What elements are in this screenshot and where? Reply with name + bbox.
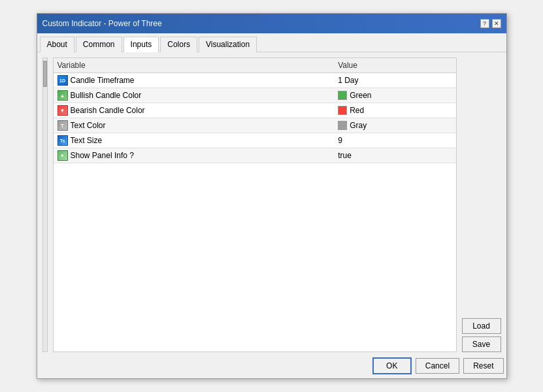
variable-cell: 1D Candle Timeframe xyxy=(54,73,335,88)
value-text: Gray xyxy=(350,121,367,130)
value-text: 9 xyxy=(338,136,342,145)
variable-name: Candle Timeframe xyxy=(71,76,135,85)
table-row[interactable]: 1D Candle Timeframe 1 Day xyxy=(54,73,456,88)
side-panel-area: Variable Value 1D Candle Timeframe 1 Day xyxy=(42,57,501,352)
variable-cell: T Text Color xyxy=(54,118,335,133)
variable-name: Bearish Candle Color xyxy=(71,106,145,115)
table-row[interactable]: T Text Color Gray xyxy=(54,118,456,133)
tab-bar: About Common Inputs Colors Visualization xyxy=(37,33,506,52)
table-row[interactable]: ▲ Bullish Candle Color Green xyxy=(54,88,456,103)
table-header-row: Variable Value xyxy=(54,58,456,73)
tab-about[interactable]: About xyxy=(40,37,74,52)
footer-area: OK Cancel Reset xyxy=(37,357,506,378)
value-cell[interactable]: Gray xyxy=(334,118,455,133)
variable-name: Text Size xyxy=(71,136,103,145)
right-buttons: Load Save xyxy=(462,57,501,352)
tab-inputs[interactable]: Inputs xyxy=(123,37,159,52)
tab-common[interactable]: Common xyxy=(76,37,122,52)
variable-cell: ▲ Bullish Candle Color xyxy=(54,88,335,103)
value-text: Red xyxy=(350,106,364,115)
ok-button[interactable]: OK xyxy=(372,357,412,374)
tab-visualization[interactable]: Visualization xyxy=(199,37,257,52)
dialog: Custom Indicator - Power of Three ? ✕ Ab… xyxy=(37,13,507,379)
value-cell[interactable]: Green xyxy=(334,88,455,103)
value-cell[interactable]: Red xyxy=(334,103,455,118)
value-cell[interactable]: true xyxy=(334,148,455,163)
color-swatch xyxy=(338,106,347,115)
table-row[interactable]: ✦ Show Panel Info ? true xyxy=(54,148,456,163)
load-button[interactable]: Load xyxy=(462,318,501,334)
row-icon-show-panel: ✦ xyxy=(58,150,68,161)
title-bar-controls: ? ✕ xyxy=(480,19,501,28)
value-text: 1 Day xyxy=(338,76,358,85)
row-icon-bullish: ▲ xyxy=(58,90,68,101)
color-swatch xyxy=(338,121,347,130)
value-cell[interactable]: 9 xyxy=(334,133,455,148)
value-text: true xyxy=(338,151,352,160)
variable-name: Bullish Candle Color xyxy=(71,91,142,100)
cancel-button[interactable]: Cancel xyxy=(416,358,459,374)
save-button[interactable]: Save xyxy=(462,336,501,352)
main-table-area: Variable Value 1D Candle Timeframe 1 Day xyxy=(53,57,457,352)
variable-name: Show Panel Info ? xyxy=(71,151,134,160)
row-icon-text-color: T xyxy=(58,120,68,131)
table-row[interactable]: ▼ Bearish Candle Color Red xyxy=(54,103,456,118)
value-cell[interactable]: 1 Day xyxy=(334,73,455,88)
variable-cell: ✦ Show Panel Info ? xyxy=(54,148,335,163)
dialog-title: Custom Indicator - Power of Three xyxy=(42,19,162,28)
row-icon-timeframe: 1D xyxy=(58,75,68,86)
close-button[interactable]: ✕ xyxy=(492,19,501,28)
content-area: Variable Value 1D Candle Timeframe 1 Day xyxy=(37,52,506,357)
variable-cell: ▼ Bearish Candle Color xyxy=(54,103,335,118)
title-bar: Custom Indicator - Power of Three ? ✕ xyxy=(37,14,506,33)
help-button[interactable]: ? xyxy=(480,19,489,28)
footer-buttons: OK Cancel Reset xyxy=(372,357,504,374)
value-text: Green xyxy=(350,91,371,100)
variable-cell: Ts Text Size xyxy=(54,133,335,148)
reset-button[interactable]: Reset xyxy=(463,358,503,374)
row-icon-text-size: Ts xyxy=(58,135,68,146)
color-swatch xyxy=(338,91,347,100)
table-panel: Variable Value 1D Candle Timeframe 1 Day xyxy=(53,57,457,352)
table-row[interactable]: Ts Text Size 9 xyxy=(54,133,456,148)
row-icon-bearish: ▼ xyxy=(58,105,68,116)
scroll-thumb xyxy=(43,61,47,87)
col-value: Value xyxy=(334,58,455,73)
variable-name: Text Color xyxy=(71,121,106,130)
tab-colors[interactable]: Colors xyxy=(160,37,197,52)
left-scroll xyxy=(42,57,48,352)
data-table: Variable Value 1D Candle Timeframe 1 Day xyxy=(54,58,456,163)
col-variable: Variable xyxy=(54,58,335,73)
